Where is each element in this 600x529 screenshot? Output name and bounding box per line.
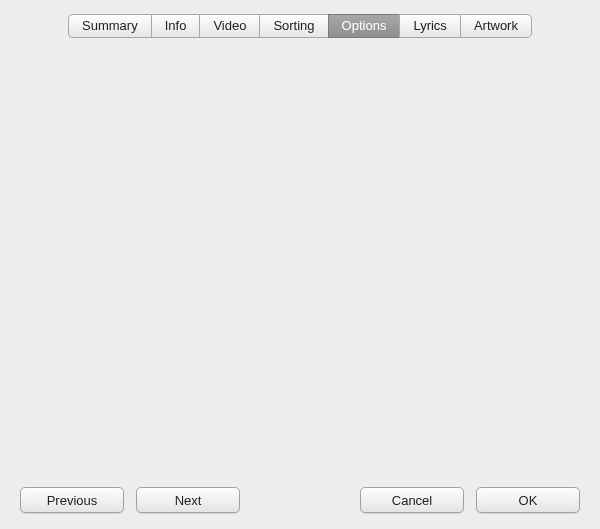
previous-button[interactable]: Previous: [20, 487, 124, 513]
options-group: Volume Adjustment:: [20, 26, 536, 412]
rating-dot: [282, 233, 286, 237]
next-button[interactable]: Next: [136, 487, 240, 513]
tab-options[interactable]: Options: [328, 14, 400, 38]
stepper-arrows-icon: ▲▼: [382, 157, 390, 167]
media-kind-label: Media Kind:: [41, 155, 261, 170]
media-kind-select[interactable]: Music ▲▼: [261, 151, 397, 173]
volume-max-label: +100%: [460, 77, 495, 89]
volume-slider[interactable]: -100% None +100%: [261, 55, 481, 91]
volume-min-label: -100%: [247, 77, 279, 89]
rating-label: Rating:: [41, 228, 261, 243]
tab-video[interactable]: Video: [199, 14, 259, 38]
stepper-arrows-icon: ▲▼: [426, 193, 434, 203]
rating-dot: [308, 233, 312, 237]
voiceover-select[interactable]: Automatic ▲▼: [261, 187, 441, 209]
remember-position-label: Remember playback position: [197, 342, 365, 357]
button-bar: Previous Next Cancel OK: [20, 487, 580, 513]
tab-sorting[interactable]: Sorting: [259, 14, 327, 38]
slider-thumb[interactable]: [363, 55, 381, 76]
tab-artwork[interactable]: Artwork: [460, 14, 532, 38]
voiceover-value: Automatic: [272, 191, 330, 206]
options-panel: Summary Info Video Sorting Options Lyric…: [0, 0, 600, 529]
tab-lyrics[interactable]: Lyrics: [399, 14, 459, 38]
start-time-checkbox[interactable]: [164, 272, 181, 289]
equalizer-value: None: [272, 119, 303, 134]
rating-dot: [295, 233, 299, 237]
skip-shuffle-label: Skip when shuffling: [197, 367, 309, 382]
start-time-label: Start Time:: [188, 273, 251, 288]
stop-time-label: Stop Time:: [189, 305, 251, 320]
volume-label: Volume Adjustment:: [41, 55, 261, 72]
remember-position-checkbox[interactable]: [173, 341, 190, 358]
rating-dot: [321, 233, 325, 237]
volume-mid-label: None: [356, 77, 382, 89]
rating-input[interactable]: [261, 223, 359, 247]
stepper-arrows-icon: ▲▼: [482, 121, 490, 131]
stop-time-field[interactable]: [261, 301, 357, 323]
slider-track: [261, 61, 481, 68]
ok-button[interactable]: OK: [476, 487, 580, 513]
skip-shuffle-checkbox[interactable]: [173, 366, 190, 383]
tab-info[interactable]: Info: [151, 14, 200, 38]
media-kind-value: Music: [272, 155, 306, 170]
voiceover-label: VoiceOver Language:: [41, 191, 261, 206]
start-time-field[interactable]: [261, 269, 357, 291]
stop-time-checkbox[interactable]: [165, 304, 182, 321]
equalizer-label: Equalizer Preset:: [41, 119, 261, 134]
cancel-button[interactable]: Cancel: [360, 487, 464, 513]
equalizer-select[interactable]: None ▲▼: [261, 115, 497, 137]
tab-bar: Summary Info Video Sorting Options Lyric…: [60, 14, 540, 38]
rating-dot: [334, 233, 338, 237]
tab-summary[interactable]: Summary: [68, 14, 151, 38]
